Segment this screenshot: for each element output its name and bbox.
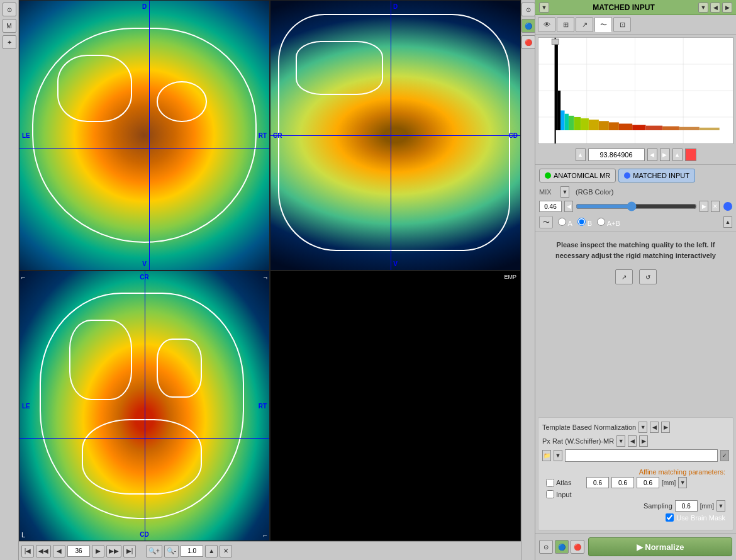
image-cell-top-right[interactable]: D V CR CD [270, 0, 521, 271]
sampling-mm-dropdown[interactable]: ▼ [716, 500, 725, 512]
btn-prev-frame[interactable]: ◀ [53, 545, 65, 557]
hist-color-btn[interactable] [685, 148, 696, 161]
histogram-value-input[interactable] [588, 148, 645, 161]
sidebar-btn-m[interactable]: M [3, 19, 16, 33]
label-v-top-left: V [142, 260, 147, 267]
bottom-btn-1[interactable]: ⊙ [539, 540, 553, 554]
bottom-right-btns: ⊙ 🔵 🔴 [539, 537, 584, 556]
btn-zoom-out[interactable]: 🔍- [164, 545, 179, 557]
mix-dropdown-btn[interactable]: ▼ [560, 186, 569, 198]
normalize-button[interactable]: ▶ Normalize [588, 537, 732, 556]
tab-grid[interactable]: ⊞ [557, 17, 574, 32]
right-sidebar-btn-3[interactable]: 🔴 [521, 35, 535, 49]
template-dropdown-btn[interactable]: ▼ [638, 422, 647, 433]
tab-eye[interactable]: 👁 [538, 17, 555, 32]
sidebar-btn-star[interactable]: ✦ [3, 35, 16, 49]
btn-prev-frame-fast[interactable]: ◀◀ [36, 545, 51, 557]
svg-rect-11 [574, 117, 581, 130]
atlas-val-2[interactable] [611, 477, 634, 488]
atlas-next-btn[interactable]: ▶ [639, 435, 648, 447]
slider-value-input[interactable] [539, 201, 562, 212]
atlas-file-dropdown[interactable]: ▼ [554, 450, 562, 461]
image-cell-bottom-left[interactable]: ⌐ ¬ L ⌐ CR CD LE RT [19, 271, 270, 541]
hist-arrow-up[interactable]: ▲ [576, 148, 586, 161]
label-le-bottom-left: LE [22, 403, 30, 410]
input-checkbox[interactable] [546, 490, 554, 498]
rp-dropdown-btn[interactable]: ▼ [698, 3, 708, 13]
atlas-folder-btn[interactable]: 📁 [542, 450, 551, 461]
label-d-top-right: D [393, 3, 398, 10]
bottom-toolbar: |◀ ◀◀ ◀ ▶ ▶▶ ▶| 🔍+ 🔍- ▲ ✕ [19, 541, 521, 560]
bracket-tr: ¬ [264, 273, 267, 281]
tab-box[interactable]: ⊡ [613, 17, 631, 32]
rp-header-btns: ▼ ◀ ▶ [698, 3, 732, 13]
info-refresh-btn[interactable]: ↺ [639, 269, 657, 284]
matched-input-btn[interactable]: MATCHED INPUT [618, 169, 695, 182]
btn-next-frame-fast[interactable]: ▶▶ [106, 545, 121, 557]
label-cd-bottom-left: CD [140, 531, 148, 538]
radio-ab[interactable] [597, 218, 605, 226]
svg-rect-20 [679, 127, 700, 130]
sampling-input[interactable] [675, 500, 698, 512]
atlas-checkbox[interactable] [546, 479, 554, 487]
btn-zoom-reset[interactable]: ✕ [220, 545, 232, 557]
right-sidebar-btn-2[interactable]: 🔵 [521, 19, 535, 33]
hist-arrow-down[interactable]: ▲ [672, 148, 683, 161]
sampling-row: Sampling [mm] ▼ [546, 500, 725, 512]
rp-prev-btn[interactable]: ◀ [710, 3, 720, 13]
rp-next-btn[interactable]: ▶ [722, 3, 732, 13]
rp-menu-btn[interactable]: ▼ [539, 3, 549, 13]
atlas-file-ok-btn[interactable]: ✓ [720, 450, 729, 461]
btn-zoom-up[interactable]: ▲ [205, 545, 218, 557]
svg-rect-14 [599, 121, 609, 130]
atlas-affine-row: Atlas [mm] ▼ [546, 477, 725, 488]
info-chart-btn[interactable]: ↗ [615, 269, 633, 284]
atlas-val-1[interactable] [586, 477, 609, 488]
svg-rect-23 [552, 39, 559, 44]
right-sidebar-btn-1[interactable]: ⊙ [521, 3, 535, 16]
dot-green-icon [545, 172, 551, 179]
zoom-input[interactable] [181, 546, 203, 557]
hist-arrow-right[interactable]: ▶ [660, 148, 670, 161]
atlas-mm-dropdown[interactable]: ▼ [678, 477, 687, 488]
mix-slider[interactable] [576, 201, 697, 211]
template-next-btn[interactable]: ▶ [661, 422, 670, 433]
atlas-val-3[interactable] [637, 477, 659, 488]
atlas-dropdown-btn[interactable]: ▼ [616, 435, 625, 447]
input-affine-row: Input [546, 490, 725, 498]
sampling-label: Sampling [546, 502, 672, 510]
brain-mask-checkbox[interactable] [666, 513, 674, 522]
btn-next-frame[interactable]: ▶ [92, 545, 104, 557]
slider-x-btn[interactable]: ✕ [711, 201, 720, 212]
anatomical-mr-btn[interactable]: ANATOMICAL MR [539, 169, 616, 182]
bottom-btn-2[interactable]: 🔵 [555, 540, 569, 554]
tab-wave[interactable]: 〜 [594, 17, 612, 32]
slider-right-btn[interactable]: ▶ [700, 201, 708, 212]
atlas-check-label: Atlas [546, 479, 584, 487]
atlas-file-input[interactable] [565, 449, 718, 462]
radio-up-btn[interactable]: ▲ [723, 216, 732, 228]
sampling-mm-label: [mm] [700, 503, 714, 510]
btn-zoom-in[interactable]: 🔍+ [146, 545, 162, 557]
divider-2 [535, 232, 736, 232]
histogram-value-row: ▲ ◀ ▶ ▲ [535, 147, 736, 163]
bottom-btn-3[interactable]: 🔴 [571, 540, 584, 554]
brain-view-top-right: D V CR CD [270, 1, 520, 270]
crosshair-h-2 [270, 135, 520, 136]
radio-wave-btn[interactable]: 〜 [539, 216, 553, 228]
image-cell-top-left[interactable]: D V LE RT [19, 0, 270, 271]
hist-arrow-left[interactable]: ◀ [647, 148, 657, 161]
radio-b[interactable] [577, 218, 586, 226]
btn-first-frame[interactable]: |◀ [21, 545, 34, 557]
slider-left-btn[interactable]: ◀ [564, 201, 573, 212]
radio-a[interactable] [558, 218, 566, 226]
frame-input[interactable] [67, 546, 90, 557]
atlas-prev-btn[interactable]: ◀ [628, 435, 637, 447]
slider-color-dot [723, 202, 732, 211]
info-text: Please inspect the matching quality to t… [535, 233, 736, 267]
template-prev-btn[interactable]: ◀ [650, 422, 659, 433]
affine-title: Affine matching parameters: [546, 467, 725, 477]
tab-chart[interactable]: ↗ [576, 17, 593, 32]
btn-last-frame[interactable]: ▶| [123, 545, 136, 557]
sidebar-btn-circle[interactable]: ⊙ [3, 3, 16, 16]
